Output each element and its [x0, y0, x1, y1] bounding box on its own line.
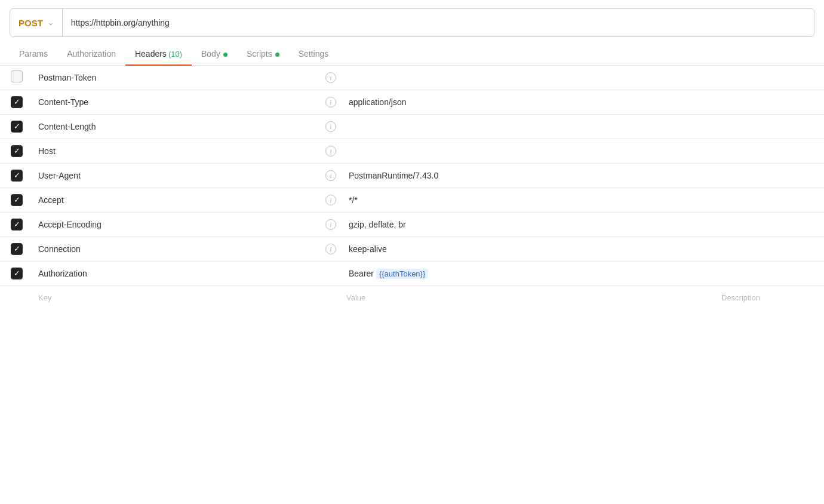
footer-row: Key Value Description — [0, 285, 824, 309]
method-chevron-icon: ⌄ — [48, 19, 54, 27]
footer-value[interactable]: Value — [342, 285, 717, 309]
tab-params[interactable]: Params — [10, 43, 57, 66]
header-desc — [717, 90, 824, 114]
table-row: ✓Content-Lengthi — [0, 114, 824, 139]
tab-authorization[interactable]: Authorization — [57, 43, 125, 66]
header-key: Postman-Token — [33, 66, 320, 90]
header-key: Authorization — [33, 261, 320, 285]
info-icon[interactable]: i — [325, 170, 336, 181]
checkbox-checked[interactable]: ✓ — [11, 121, 23, 133]
url-input[interactable] — [63, 18, 814, 27]
info-icon[interactable]: i — [325, 121, 336, 132]
scripts-dot — [275, 53, 279, 57]
tabs-bar: Params Authorization Headers(10) Body Sc… — [0, 43, 824, 66]
checkbox-checked[interactable]: ✓ — [11, 219, 23, 231]
info-cell: i — [320, 236, 342, 261]
checkbox-checked[interactable]: ✓ — [11, 194, 23, 206]
checkbox-cell[interactable]: ✓ — [0, 261, 33, 285]
header-key: Accept — [33, 188, 320, 212]
info-icon[interactable]: i — [325, 97, 336, 107]
table-row: ✓Connectionikeep-alive — [0, 236, 824, 261]
header-key: Content-Type — [33, 90, 320, 114]
method-label: POST — [19, 18, 43, 28]
header-key: User-Agent — [33, 163, 320, 188]
checkbox-checked[interactable]: ✓ — [11, 145, 23, 157]
checkbox-cell[interactable]: ✓ — [0, 90, 33, 114]
info-cell: i — [320, 66, 342, 90]
footer-key[interactable]: Key — [33, 285, 320, 309]
headers-table: Postman-Tokeni✓Content-Typeiapplication/… — [0, 66, 824, 309]
info-icon[interactable]: i — [325, 72, 336, 83]
table-row: ✓Hosti — [0, 139, 824, 163]
table-row: ✓Accept-Encodingigzip, deflate, br — [0, 212, 824, 236]
header-value: PostmanRuntime/7.43.0 — [342, 163, 717, 188]
info-cell: i — [320, 212, 342, 236]
table-row: Postman-Tokeni — [0, 66, 824, 90]
footer-description[interactable]: Description — [717, 285, 824, 309]
table-row: ✓Content-Typeiapplication/json — [0, 90, 824, 114]
header-value: */* — [342, 188, 717, 212]
info-icon[interactable]: i — [325, 195, 336, 205]
info-cell: i — [320, 163, 342, 188]
table-row: ✓User-AgentiPostmanRuntime/7.43.0 — [0, 163, 824, 188]
checkbox-cell[interactable]: ✓ — [0, 188, 33, 212]
header-value — [342, 114, 717, 139]
footer-info — [320, 285, 342, 309]
header-desc — [717, 139, 824, 163]
info-icon[interactable]: i — [325, 146, 336, 156]
bearer-text: Bearer — [349, 269, 376, 278]
checkbox-checked[interactable]: ✓ — [11, 170, 23, 182]
header-desc — [717, 236, 824, 261]
info-icon[interactable]: i — [325, 219, 336, 230]
header-desc — [717, 212, 824, 236]
info-cell: i — [320, 139, 342, 163]
info-cell: i — [320, 114, 342, 139]
header-key: Accept-Encoding — [33, 212, 320, 236]
info-cell: i — [320, 188, 342, 212]
tab-settings[interactable]: Settings — [289, 43, 339, 66]
header-value: gzip, deflate, br — [342, 212, 717, 236]
checkbox-cell[interactable]: ✓ — [0, 139, 33, 163]
checkbox-cell[interactable]: ✓ — [0, 163, 33, 188]
header-desc — [717, 188, 824, 212]
header-value — [342, 139, 717, 163]
checkbox-cell[interactable]: ✓ — [0, 236, 33, 261]
table-row: ✓AuthorizationBearer {{authToken}} — [0, 261, 824, 285]
footer-check-cell — [0, 285, 33, 309]
body-dot — [223, 53, 227, 57]
header-desc — [717, 163, 824, 188]
info-cell — [320, 261, 342, 285]
checkbox-checked[interactable]: ✓ — [11, 268, 23, 279]
header-key: Content-Length — [33, 114, 320, 139]
checkbox-cell[interactable] — [0, 66, 33, 90]
header-value: Bearer {{authToken}} — [342, 261, 717, 285]
tab-headers[interactable]: Headers(10) — [125, 43, 192, 66]
header-key: Connection — [33, 236, 320, 261]
header-key: Host — [33, 139, 320, 163]
url-bar: POST ⌄ — [10, 8, 814, 37]
headers-table-container: Postman-Tokeni✓Content-Typeiapplication/… — [0, 66, 824, 309]
tab-scripts[interactable]: Scripts — [237, 43, 289, 66]
header-value — [342, 66, 717, 90]
header-value: keep-alive — [342, 236, 717, 261]
header-value: application/json — [342, 90, 717, 114]
header-desc — [717, 114, 824, 139]
checkbox-checked[interactable]: ✓ — [11, 243, 23, 255]
info-cell: i — [320, 90, 342, 114]
header-desc — [717, 261, 824, 285]
checkbox-cell[interactable]: ✓ — [0, 114, 33, 139]
checkbox-cell[interactable]: ✓ — [0, 212, 33, 236]
header-desc — [717, 66, 824, 90]
tab-body[interactable]: Body — [192, 43, 237, 66]
checkbox-checked[interactable]: ✓ — [11, 96, 23, 108]
auth-token-variable: {{authToken}} — [376, 269, 428, 279]
checkbox-unchecked[interactable] — [11, 70, 23, 82]
method-selector[interactable]: POST ⌄ — [10, 9, 63, 36]
table-row: ✓Accepti*/* — [0, 188, 824, 212]
info-icon[interactable]: i — [325, 244, 336, 254]
